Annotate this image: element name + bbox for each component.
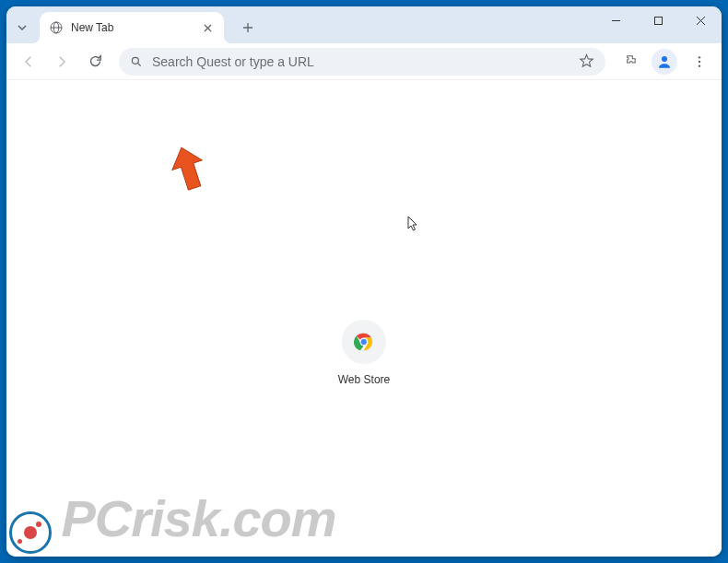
shortcut-label: Web Store xyxy=(338,373,390,386)
address-bar[interactable] xyxy=(119,48,605,76)
browser-window: New Tab xyxy=(6,6,722,557)
browser-tab[interactable]: New Tab xyxy=(40,12,224,43)
shortcut-icon-container xyxy=(342,320,386,364)
url-input[interactable] xyxy=(152,54,569,69)
window-controls xyxy=(594,6,722,40)
svg-rect-4 xyxy=(654,17,662,24)
plus-icon xyxy=(242,22,253,33)
minimize-icon xyxy=(611,16,621,26)
toolbar xyxy=(6,43,722,80)
svg-point-8 xyxy=(699,56,700,58)
close-window-button[interactable] xyxy=(679,6,722,34)
globe-icon xyxy=(49,20,64,35)
svg-point-10 xyxy=(699,65,700,66)
annotation-cursor xyxy=(407,216,420,236)
svg-line-6 xyxy=(138,63,141,65)
search-icon xyxy=(130,55,143,68)
svg-point-5 xyxy=(132,57,138,64)
title-bar: New Tab xyxy=(6,6,722,43)
chevron-down-icon xyxy=(17,22,28,33)
svg-point-7 xyxy=(662,56,667,62)
menu-button[interactable] xyxy=(685,47,714,76)
profile-icon xyxy=(656,53,673,70)
forward-button[interactable] xyxy=(47,47,76,76)
maximize-icon xyxy=(653,16,663,26)
reload-button[interactable] xyxy=(80,47,110,76)
tab-close-button[interactable] xyxy=(200,20,215,35)
profile-button[interactable] xyxy=(652,49,677,75)
arrow-icon xyxy=(165,145,211,200)
close-icon xyxy=(696,16,706,26)
svg-point-9 xyxy=(699,60,700,62)
new-tab-button[interactable] xyxy=(235,15,261,41)
minimize-button[interactable] xyxy=(594,6,637,34)
cursor-icon xyxy=(407,216,420,232)
shortcut-web-store[interactable]: Web Store xyxy=(338,320,390,386)
reload-icon xyxy=(88,53,103,69)
chrome-store-icon xyxy=(354,332,374,352)
menu-icon xyxy=(692,54,707,69)
annotation-arrow xyxy=(165,145,211,204)
page-content: Web Store xyxy=(6,80,722,557)
forward-icon xyxy=(53,53,70,70)
back-button[interactable] xyxy=(14,47,43,76)
bookmark-star-button[interactable] xyxy=(579,53,594,69)
back-icon xyxy=(20,53,37,70)
maximize-button[interactable] xyxy=(637,6,679,34)
close-icon xyxy=(204,24,212,32)
extensions-button[interactable] xyxy=(615,47,644,76)
tab-title: New Tab xyxy=(71,21,193,34)
extensions-icon xyxy=(622,53,638,69)
